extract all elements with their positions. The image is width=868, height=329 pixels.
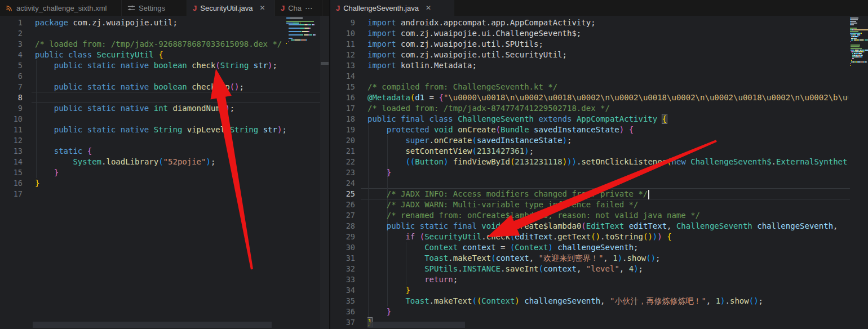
horizontal-scrollbar[interactable]	[369, 322, 465, 328]
code-line: /* renamed from: onCreate$lambda-0, reas…	[367, 210, 848, 221]
code-line: }	[367, 285, 848, 296]
tab-label: SecurityUtil.java	[200, 4, 253, 12]
vertical-scrollbar[interactable]	[320, 16, 329, 329]
line-number: 29	[330, 232, 355, 242]
line-number: 34	[330, 285, 355, 296]
code-line: /* loaded from: /tmp/jadx-87477474122950…	[367, 103, 848, 114]
text-cursor	[648, 190, 649, 199]
code-line: public static native boolean check(Strin…	[35, 60, 285, 71]
line-number: 10	[0, 114, 23, 125]
editor-group-right: J ChallengeSeventh.java ✕ 9import androi…	[330, 0, 868, 329]
line-number: 8	[0, 92, 23, 103]
code-line: SPUtils.INSTANCE.saveInt(context, "level…	[367, 264, 848, 274]
tab-activity-challenge-sixth-xml[interactable]: activity_challenge_sixth.xml	[0, 0, 122, 16]
line-number: 25	[330, 189, 355, 199]
line-number: 26	[330, 199, 355, 210]
line-number: 7	[0, 82, 23, 92]
line-number: 35	[330, 296, 355, 306]
line-number: 13	[0, 146, 23, 157]
code-line: public class SecurityUtil {	[35, 50, 285, 60]
line-number: 33	[330, 274, 355, 285]
line-number: 5	[0, 60, 23, 71]
code-line	[35, 189, 285, 199]
code-line	[35, 92, 285, 103]
line-number: 18	[330, 114, 355, 125]
line-number: 32	[330, 264, 355, 274]
code-line	[367, 71, 848, 82]
code-line: import androidx.appcompat.app.AppCompatA…	[367, 17, 848, 28]
line-number: 19	[330, 125, 355, 135]
code-line: /* loaded from: /tmp/jadx-92688786870336…	[35, 39, 285, 50]
code-line: }	[35, 167, 285, 178]
line-number: 10	[330, 28, 355, 39]
code-line	[35, 114, 285, 125]
java-icon: J	[336, 4, 340, 12]
scrollbar-marker	[321, 62, 329, 65]
line-number: 27	[330, 210, 355, 221]
code-editor-challengeseventh[interactable]: 9import androidx.appcompat.app.AppCompat…	[330, 16, 868, 329]
line-number: 12	[0, 135, 23, 146]
tab-cha-truncated[interactable]: J Cha ⋯	[275, 0, 322, 16]
horizontal-scrollbar[interactable]	[33, 322, 272, 328]
code-editor-securityutil[interactable]: 1package com.zj.wuaipojie.util;23/* load…	[0, 16, 330, 329]
tab-label: ChallengeSeventh.java	[343, 4, 419, 12]
line-number: 12	[330, 50, 355, 60]
settings-icon	[127, 4, 135, 12]
code-line: if (SecurityUtil.check(editText.getText(…	[367, 232, 848, 242]
code-line: super.onCreate(savedInstanceState);	[367, 135, 848, 146]
code-line: public static native int diamondNum();	[35, 103, 285, 114]
code-line: Toast.makeText(context, "欢迎来到密界！", 1).sh…	[367, 253, 848, 264]
code-line: }	[35, 178, 285, 189]
line-number: 1	[0, 17, 23, 28]
line-number: 9	[330, 17, 355, 28]
line-number: 17	[0, 189, 23, 199]
line-number: 15	[330, 82, 355, 92]
minimap[interactable]	[286, 17, 320, 46]
line-number: 14	[330, 71, 355, 82]
line-number: 20	[330, 135, 355, 146]
line-number: 23	[330, 167, 355, 178]
tab-bar-left: activity_challenge_sixth.xml Settings J …	[0, 0, 330, 16]
line-number: 16	[330, 92, 355, 103]
code-line	[35, 28, 285, 39]
code-line: Context context = (Context) challengeSev…	[367, 242, 848, 253]
close-icon[interactable]: ✕	[426, 4, 431, 12]
tab-label: Cha	[288, 4, 302, 12]
line-number: 31	[330, 253, 355, 264]
minimap[interactable]	[850, 17, 868, 66]
code-line: @Metadata(d1 = {"\u0000\u0018\n\u0002\u0…	[367, 92, 848, 103]
editor-group-left: activity_challenge_sixth.xml Settings J …	[0, 0, 330, 329]
code-line: /* JADX INFO: Access modifiers changed f…	[367, 189, 848, 199]
code-line: import com.zj.wuaipojie.ui.ChallengeSeve…	[367, 28, 848, 39]
line-number: 36	[330, 306, 355, 317]
code-line: }	[367, 167, 848, 178]
code-line: package com.zj.wuaipojie.util;	[35, 17, 285, 28]
code-line: setContentView(2131427361);	[367, 146, 848, 157]
tab-securityutil-java[interactable]: J SecurityUtil.java ✕	[187, 0, 275, 16]
line-number: 21	[330, 146, 355, 157]
line-number: 14	[0, 157, 23, 167]
code-line: import com.zj.wuaipojie.util.SPUtils;	[367, 39, 848, 50]
code-line	[367, 178, 848, 189]
close-icon[interactable]: ✕	[259, 4, 265, 12]
line-number: 2	[0, 28, 23, 39]
code-line: import kotlin.Metadata;	[367, 60, 848, 71]
line-number: 3	[0, 39, 23, 50]
java-icon: J	[281, 4, 285, 12]
line-number: 11	[0, 125, 23, 135]
code-line: protected void onCreate(Bundle savedInst…	[367, 125, 848, 135]
java-icon: J	[193, 4, 197, 12]
code-line: }	[367, 306, 848, 317]
tab-label: Settings	[139, 4, 165, 12]
line-number: 9	[0, 103, 23, 114]
code-line	[35, 71, 285, 82]
vscode-window: activity_challenge_sixth.xml Settings J …	[0, 0, 868, 329]
more-tabs-icon[interactable]: ⋯	[305, 3, 313, 12]
line-number: 11	[330, 39, 355, 50]
code-line: public static native boolean checkVip();	[35, 82, 285, 92]
code-line: System.loadLibrary("52pojie");	[35, 157, 285, 167]
tab-challengeseventh-java[interactable]: J ChallengeSeventh.java ✕	[330, 0, 454, 16]
line-number: 16	[0, 178, 23, 189]
tab-settings[interactable]: Settings	[122, 0, 187, 16]
tab-bar-right: J ChallengeSeventh.java ✕	[330, 0, 868, 16]
